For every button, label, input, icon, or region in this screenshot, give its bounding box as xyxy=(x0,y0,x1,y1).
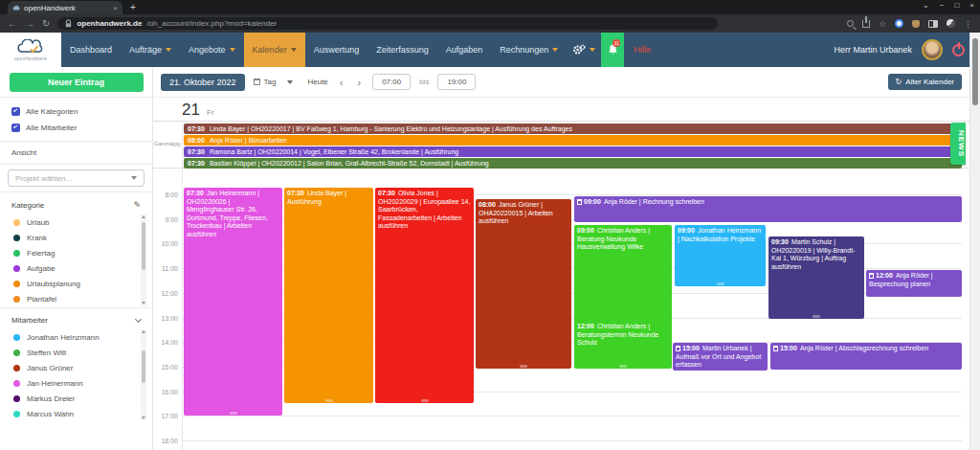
calendar-event[interactable]: 12:00Anja Röder | Besprechung planen xyxy=(866,270,962,297)
page-scrollbar[interactable] xyxy=(969,33,980,450)
calendar-event[interactable]: 07:30Linda Bayer | Ausführung xyxy=(284,188,373,403)
allday-event[interactable]: 07:30Bastian Klöppel | OH20220012 | Salo… xyxy=(184,158,962,169)
color-dot xyxy=(13,250,20,257)
resize-handle[interactable] xyxy=(230,412,237,415)
bookmark-star-icon[interactable]: ☆ xyxy=(879,19,886,29)
next-day-button[interactable]: › xyxy=(355,77,365,88)
news-tab[interactable]: NEWS xyxy=(950,123,966,165)
category-item[interactable]: Krank xyxy=(0,230,148,245)
resize-handle[interactable] xyxy=(619,365,627,368)
employee-item[interactable]: Marcus Wahn xyxy=(0,406,148,420)
allday-event[interactable]: 07:30Linda Bayer | OH20220017 | BV Faßwe… xyxy=(184,124,962,134)
tab-close-icon[interactable]: × xyxy=(113,4,118,12)
category-item[interactable]: Plantafel xyxy=(0,291,148,305)
employee-item[interactable]: Steffen Witt xyxy=(0,345,148,360)
calendar-event[interactable]: 15:00Martin Urbanek | Aufmaß vor Ort und… xyxy=(673,343,768,371)
window-maximize-icon[interactable]: □ xyxy=(954,1,959,10)
url-path: /oh_account/index.php?mod=kalender xyxy=(146,19,277,28)
category-item[interactable]: Urlaub xyxy=(0,214,148,230)
resize-handle[interactable] xyxy=(813,315,820,318)
url-domain: openhandwerk.de xyxy=(77,19,142,28)
edit-pencil-icon[interactable]: ✎ xyxy=(133,200,141,210)
time-from-input[interactable] xyxy=(372,74,411,90)
project-select[interactable]: Projekt wählen... xyxy=(8,169,145,187)
prev-day-button[interactable]: ‹ xyxy=(337,77,346,88)
hour-label: 14:00 xyxy=(153,339,178,346)
nav-item-auswertung[interactable]: Auswertung xyxy=(305,33,368,67)
search-icon[interactable] xyxy=(847,20,854,27)
employee-item[interactable]: Jonathan Heinzmann xyxy=(0,329,148,345)
resize-handle[interactable] xyxy=(325,399,333,402)
window-close-icon[interactable]: × xyxy=(969,1,974,10)
calendar-event[interactable]: 15:00Anja Röder | Abschlagsrechnung schr… xyxy=(770,343,962,370)
old-calendar-button[interactable]: ↻ Alter Kalender xyxy=(888,74,962,90)
checkbox-checked-icon[interactable] xyxy=(11,124,20,132)
tab-group-icon[interactable] xyxy=(928,20,938,28)
date-picker-button[interactable]: 21. Oktober 2022 xyxy=(161,74,245,91)
calendar-event[interactable]: 07:30Jan Heinermann | OH20220026 | Mengl… xyxy=(184,188,282,416)
employee-item[interactable]: Jan Heinermann xyxy=(0,375,148,391)
window-restore-down-icon[interactable]: ⌄ xyxy=(923,1,929,10)
category-item[interactable]: Urlaubsplanung xyxy=(0,276,148,291)
time-to-input[interactable] xyxy=(437,74,476,90)
extension-icon[interactable] xyxy=(895,19,903,28)
new-entry-button[interactable]: Neuer Eintrag xyxy=(10,73,144,92)
employee-scrollbar[interactable] xyxy=(141,329,146,420)
nav-item-angebote[interactable]: Angebote xyxy=(180,33,244,67)
settings-menu[interactable] xyxy=(567,33,601,67)
resize-handle[interactable] xyxy=(520,365,527,368)
calendar-event[interactable]: 09:00Christian Anders | Beratung Neukund… xyxy=(574,225,672,325)
profile-icon[interactable] xyxy=(947,19,955,28)
browser-urlbar: ← → ↻ openhandwerk.de/oh_account/index.p… xyxy=(0,14,980,33)
calendar-event[interactable]: 07:30Olivia Jones | OH20220029 | Europaa… xyxy=(375,188,474,403)
avatar[interactable] xyxy=(922,39,943,60)
filter-label: Alle Kategorien xyxy=(26,107,78,116)
nav-item-rechnungen[interactable]: Rechnungen xyxy=(491,33,567,67)
category-item[interactable]: Aufgabe xyxy=(0,260,148,276)
forward-icon[interactable]: → xyxy=(25,19,34,29)
brand-logo[interactable]: openHandwerk xyxy=(0,33,61,67)
address-bar[interactable]: openhandwerk.de/oh_account/index.php?mod… xyxy=(57,17,718,30)
sidebar: Alle KategorienAlle Mitarbeiter Ansicht … xyxy=(0,98,153,450)
help-link[interactable]: Hilfe xyxy=(624,33,660,67)
event-time: 15:00 xyxy=(780,345,797,351)
nav-item-dashboard[interactable]: Dashboard xyxy=(61,33,121,67)
nav-item-zeiterfassung[interactable]: Zeiterfassung xyxy=(368,33,437,67)
window-minimize-icon[interactable]: − xyxy=(940,1,945,10)
filter-checkbox-row[interactable]: Alle Mitarbeiter xyxy=(0,120,152,136)
reload-icon[interactable]: ↻ xyxy=(42,19,50,29)
notifications-button[interactable]: 11 xyxy=(601,33,624,67)
nav-item-aufträge[interactable]: Aufträge xyxy=(121,33,180,67)
filter-checkbox-row[interactable]: Alle Kategorien xyxy=(0,103,152,120)
user-name: Herr Martin Urbanek xyxy=(834,45,912,55)
category-scrollbar[interactable] xyxy=(141,214,146,305)
nav-item-kalender[interactable]: Kalender xyxy=(244,33,305,67)
today-button[interactable]: Heute xyxy=(307,78,327,86)
color-dot xyxy=(13,365,20,371)
browser-tab[interactable]: openHandwerk × xyxy=(8,1,122,14)
checkbox-checked-icon[interactable] xyxy=(11,107,20,116)
calendar-event[interactable]: 09:00Jonathan Heinzmann | Nachkalkulatio… xyxy=(675,225,766,286)
allday-event[interactable]: 08:00Anja Röder | Büroarbeiten xyxy=(184,135,962,146)
calendar-event[interactable]: 09:30Martin Schulz | OH20220019 | Willy-… xyxy=(768,236,864,319)
lock-icon xyxy=(65,19,72,28)
calendar-event[interactable]: 09:00Anja Röder | Rechnung schreiben xyxy=(574,196,962,222)
nav-item-aufgaben[interactable]: Aufgaben xyxy=(437,33,492,67)
calendar-event[interactable]: 12:00Christian Anders | Beratungstermin … xyxy=(574,321,672,369)
logout-power-icon[interactable] xyxy=(952,44,965,56)
employee-item[interactable]: Markus Dreier xyxy=(0,391,148,406)
new-tab-button[interactable]: + xyxy=(130,2,136,12)
resize-handle[interactable] xyxy=(421,399,429,402)
pin-extension-icon[interactable] xyxy=(912,20,920,28)
task-calendar-icon xyxy=(676,346,680,351)
calendar-event[interactable]: 08:00Janus Grüner | OHA20220015 | Arbeit… xyxy=(476,199,571,369)
share-icon[interactable] xyxy=(862,20,870,28)
browser-menu-icon[interactable]: ⋮ xyxy=(964,19,972,29)
allday-event[interactable]: 07:30Ramona Bartz | OH20220014 | Vogel, … xyxy=(184,146,962,157)
resize-handle[interactable] xyxy=(717,282,724,285)
employee-item[interactable]: Janus Grüner xyxy=(0,360,148,375)
mitarbeiter-header[interactable]: Mitarbeiter xyxy=(0,313,152,327)
view-select[interactable]: Tag xyxy=(254,78,294,86)
back-icon[interactable]: ← xyxy=(8,19,17,29)
category-item[interactable]: Feiertag xyxy=(0,245,148,260)
